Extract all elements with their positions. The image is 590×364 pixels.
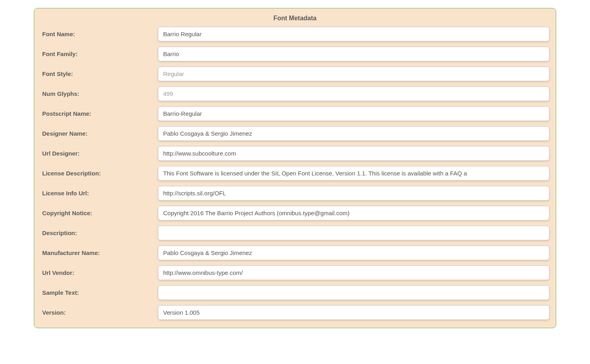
row-version: Version: <box>38 305 552 320</box>
input-version[interactable] <box>158 305 549 320</box>
row-url-vendor: Url Vendor: <box>38 265 552 280</box>
row-license-info-url: License Info Url: <box>38 186 552 200</box>
input-license-description[interactable] <box>158 166 549 181</box>
input-font-name[interactable] <box>158 27 549 41</box>
input-url-designer[interactable] <box>158 146 549 161</box>
label-manufacturer-name: Manufacturer Name: <box>41 249 158 256</box>
row-copyright-notice: Copyright Notice: <box>38 206 552 220</box>
input-copyright-notice[interactable] <box>158 206 549 220</box>
input-font-family[interactable] <box>158 47 549 61</box>
row-description: Description: <box>38 226 552 240</box>
input-manufacturer-name[interactable] <box>158 245 549 260</box>
row-font-name: Font Name: <box>38 27 552 41</box>
input-license-info-url[interactable] <box>158 186 549 200</box>
row-font-family: Font Family: <box>38 47 552 61</box>
label-copyright-notice: Copyright Notice: <box>41 210 158 216</box>
label-url-vendor: Url Vendor: <box>41 269 158 276</box>
label-postscript-name: Postscript Name: <box>41 110 158 117</box>
input-sample-text[interactable] <box>158 285 549 300</box>
row-url-designer: Url Designer: <box>38 146 552 161</box>
label-font-family: Font Family: <box>41 51 158 57</box>
row-license-description: License Description: <box>38 166 552 181</box>
label-designer-name: Designer Name: <box>41 130 158 137</box>
label-sample-text: Sample Text: <box>41 289 158 296</box>
label-license-description: License Description: <box>41 170 158 177</box>
label-version: Version: <box>41 309 158 316</box>
label-license-info-url: License Info Url: <box>41 190 158 197</box>
input-num-glyphs <box>158 86 549 101</box>
label-font-name: Font Name: <box>41 31 158 37</box>
input-designer-name[interactable] <box>158 126 549 141</box>
row-sample-text: Sample Text: <box>38 285 552 300</box>
row-postscript-name: Postscript Name: <box>38 106 552 121</box>
label-num-glyphs: Num Glyphs: <box>41 90 158 97</box>
row-manufacturer-name: Manufacturer Name: <box>38 245 552 260</box>
input-postscript-name[interactable] <box>158 106 549 121</box>
row-font-style: Font Style: <box>38 66 552 81</box>
row-designer-name: Designer Name: <box>38 126 552 141</box>
label-description: Description: <box>41 230 158 236</box>
input-description[interactable] <box>158 226 549 240</box>
input-font-style <box>158 66 549 81</box>
label-url-designer: Url Designer: <box>41 150 158 157</box>
font-metadata-panel: Font Metadata Font Name: Font Family: Fo… <box>34 8 556 328</box>
row-num-glyphs: Num Glyphs: <box>38 86 552 101</box>
label-font-style: Font Style: <box>41 70 158 77</box>
panel-title: Font Metadata <box>38 12 552 27</box>
input-url-vendor[interactable] <box>158 265 549 280</box>
